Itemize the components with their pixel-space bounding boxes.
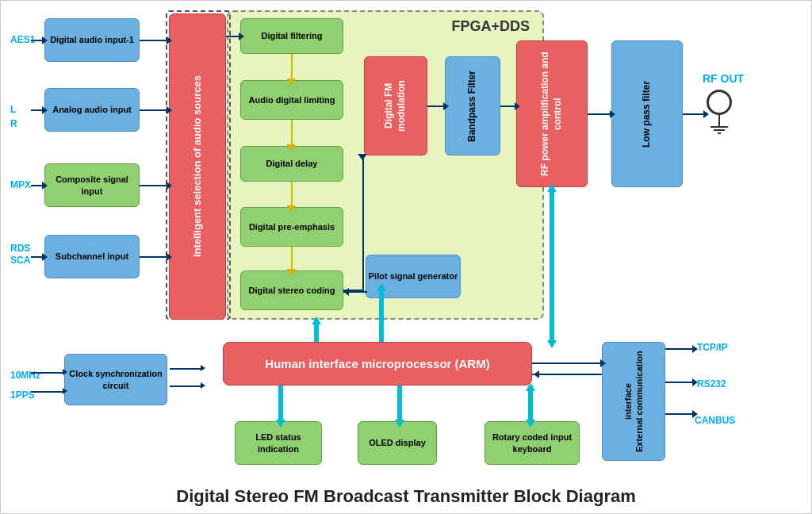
- cyan-arrowhead-up2: [312, 316, 321, 324]
- arrow-clock-arm2: [170, 386, 201, 387]
- digital-stereo-coding-block: Digital stereo coding: [240, 270, 343, 310]
- arrowhead-stereo-fm: [358, 154, 367, 160]
- yellow-arrowhead3: [286, 205, 296, 212]
- label-mpx: MPX: [10, 179, 31, 190]
- yellow-arrow4: [291, 247, 293, 270]
- analog-audio-input-block: Analog audio input: [44, 88, 140, 132]
- arrow-fm-bp: [427, 105, 445, 107]
- yellow-arrowhead4: [286, 269, 296, 275]
- label-rds: RDS: [10, 243, 30, 254]
- cyan-arrow-led: [278, 386, 283, 421]
- rf-out-antenna: [707, 90, 732, 115]
- cyan-arrowhead-rotary-up: [526, 383, 535, 391]
- yellow-arrow2: [291, 120, 293, 146]
- cyan-arrowhead-up: [377, 283, 386, 291]
- oled-display-block: OLED display: [358, 421, 437, 465]
- arrowhead-clock2: [201, 382, 205, 389]
- rf-out-label: RF OUT: [703, 72, 744, 85]
- arrow-lp-rf-out: [683, 113, 705, 115]
- arrow-ext-rs232: [665, 382, 694, 383]
- arrow-comp-to-sel: [140, 185, 168, 186]
- tcp-ip-label: TCP/IP: [697, 342, 728, 353]
- arrow-ext-canbus: [665, 413, 694, 415]
- arrow-stereo-fm-v: [362, 155, 364, 290]
- arrow-1pps: [31, 391, 64, 393]
- clock-sync-block: Clock synchronization circuit: [64, 354, 167, 405]
- arrowhead-clock1: [201, 365, 205, 371]
- arrowhead-bp-rf: [515, 102, 520, 110]
- cyan-arrowhead-oled: [395, 420, 404, 428]
- label-sca: SCA: [10, 255, 30, 266]
- low-pass-filter-block: Low pass filter: [611, 40, 683, 187]
- arrowhead-sub-sel: [167, 253, 172, 261]
- arrowhead-1pps: [63, 388, 67, 394]
- rotary-keyboard-block: Rotary coded input keyboard: [485, 421, 580, 465]
- bandpass-filter-block: Bandpass Filter: [445, 56, 500, 155]
- diagram-container: FPGA+DDS AES1 L R MPX RDS SCA 10MHz 1PPS…: [0, 0, 812, 514]
- arm-processor-block: Human interface microprocessor (ARM): [223, 342, 532, 386]
- antenna-ground3: [718, 132, 721, 134]
- arrow-rf-lp: [588, 113, 611, 115]
- ext-comm-block: External communication interface: [602, 342, 665, 461]
- intelligent-selection-block: Intelligent selection of audio sources: [169, 13, 226, 320]
- rs232-label: RS232: [697, 378, 726, 389]
- arrowhead-arm-ext: [600, 359, 606, 367]
- subchannel-input-block: Subchannel input: [44, 235, 140, 278]
- arrow-sub-to-sel: [140, 256, 168, 258]
- arrowhead-ext-arm: [534, 370, 539, 378]
- digital-audio-input-block: Digital audio input-1: [44, 18, 140, 62]
- arrowhead-ext-rs232: [692, 378, 698, 386]
- fm-modulation-block: Digital FM modulation: [364, 56, 427, 155]
- cyan-arrowhead-led: [276, 420, 285, 428]
- yellow-arrow1: [291, 54, 293, 80]
- arrow-bp-rf: [500, 105, 516, 107]
- arrowhead-ext-canbus: [692, 410, 698, 418]
- arrowhead-mpx: [42, 182, 48, 190]
- antenna-ground2: [714, 129, 725, 131]
- cyan-arrow-oled: [397, 386, 402, 421]
- cyan-arrowhead-rotary-down: [526, 420, 535, 428]
- digital-pre-emphasis-block: Digital pre-emphasis: [240, 207, 343, 247]
- diagram-title: Digital Stereo FM Broadcast Transmitter …: [1, 486, 811, 507]
- arrowhead-ext-tcpip: [692, 345, 698, 353]
- arrowhead-rds: [42, 253, 48, 261]
- arrowhead-comp-sel: [167, 182, 172, 190]
- composite-signal-block: Composite signal input: [44, 163, 140, 207]
- label-r: R: [10, 118, 17, 129]
- yellow-arrow3: [291, 182, 293, 207]
- digital-delay-block: Digital delay: [240, 146, 343, 182]
- arrowhead-fm-bp: [443, 102, 449, 110]
- arrowhead-sel-filt: [239, 33, 244, 40]
- arrow-aa-to-sel: [140, 109, 168, 111]
- arrow-10mhz: [31, 372, 64, 374]
- arrowhead-lp-rf-out: [703, 110, 709, 118]
- arrow-clock-arm1: [170, 368, 201, 370]
- arrow-dai-to-sel: [140, 40, 168, 41]
- arrow-ext-tcpip: [665, 348, 694, 350]
- yellow-arrowhead2: [286, 144, 296, 151]
- arrowhead-aes1: [42, 36, 48, 44]
- arrowhead-pilot-stereo: [343, 288, 349, 296]
- arrow-ext-arm: [532, 374, 602, 375]
- yellow-arrowhead1: [286, 79, 296, 85]
- arrow-arm-ext: [532, 362, 602, 364]
- digital-filtering-block: Digital filtering: [240, 18, 343, 54]
- arrowhead-l: [42, 106, 48, 114]
- cyan-arrowhead-rf-up: [547, 184, 557, 192]
- label-l: L: [10, 104, 16, 115]
- led-status-block: LED status indication: [235, 421, 322, 465]
- arrowhead-rf-lp: [610, 110, 615, 118]
- arrowhead-dai-sel: [167, 36, 172, 44]
- cyan-arrowhead-rf-down: [547, 340, 557, 348]
- rf-power-block: RF power amplification and control: [516, 40, 588, 187]
- canbus-label: CANBUS: [695, 415, 735, 426]
- fpga-label: FPGA+DDS: [451, 18, 530, 35]
- arrowhead-10mhz: [63, 369, 67, 375]
- audio-digital-limiting-block: Audio digital limiting: [240, 80, 343, 120]
- cyan-arrow-up: [379, 286, 384, 342]
- arrowhead-aa-sel: [167, 106, 172, 114]
- cyan-arrow-rf: [550, 187, 554, 342]
- antenna-ground1: [710, 126, 728, 128]
